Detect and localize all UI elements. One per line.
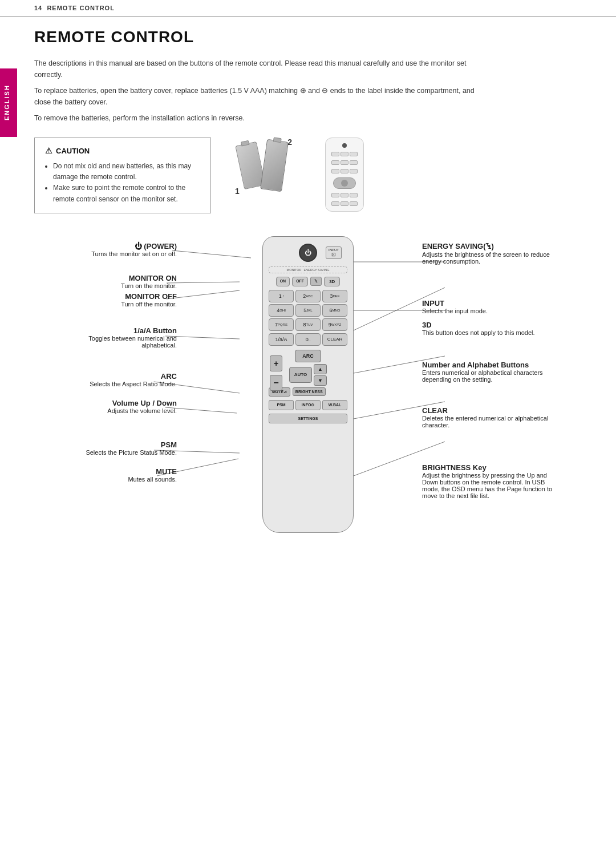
ann-1aa-desc: Toggles between numerical and alphabetic… <box>63 335 177 349</box>
num-6-button[interactable]: 6MNO <box>322 304 347 317</box>
ann-1aa-label: 1/a/A Button <box>63 326 177 335</box>
ann-mute-desc: Mutes all sounds. <box>63 476 177 483</box>
ann-energy-saving-desc: Adjusts the brightness of the screen to … <box>422 251 559 265</box>
psm-button[interactable]: PSM <box>269 400 294 410</box>
caution-title: ⚠ CAUTION <box>45 146 200 155</box>
wbal-button[interactable]: W.BAL <box>322 400 347 410</box>
ann-monitor-off: MONITOR OFF Turn off the monitor. <box>63 292 177 308</box>
brightness-buttons: ▲ ▼ <box>314 364 327 386</box>
0-button[interactable]: 0., <box>295 333 321 346</box>
ann-3d-desc: This button does not apply to this model… <box>422 329 559 336</box>
brightness-up-button[interactable]: ▲ <box>314 364 327 374</box>
ann-brightness-desc: Adjust the brightness by pressing the Up… <box>422 472 559 499</box>
brightness-down-button[interactable]: ▼ <box>314 375 327 386</box>
ann-input-label: INPUT <box>422 299 559 308</box>
input-icon: ⊡ <box>331 252 336 257</box>
energy-saving-group: MONITOR ENERGY SAVING <box>269 266 347 273</box>
ann-3d-label: 3D <box>422 321 559 329</box>
remote-diagram: ⏻ INPUT ⊡ MONITOR ENERGY SAVING ON O <box>262 236 354 533</box>
svg-line-0 <box>172 250 251 258</box>
volume-buttons: + − <box>270 355 282 391</box>
auto-button[interactable]: AUTO <box>289 367 312 383</box>
auto-bright-cluster: AUTO ▲ ▼ <box>289 364 327 386</box>
brightness-label: BRIGHT NESS <box>293 387 326 396</box>
monitor-on-button[interactable]: ON <box>276 277 290 286</box>
remote-body: ⏻ INPUT ⊡ MONITOR ENERGY SAVING ON O <box>262 236 354 533</box>
ann-num-alpha-label: Number and Alphabet Buttons <box>422 361 559 369</box>
ann-arc-label: ARC <box>63 372 177 381</box>
arc-button[interactable]: ARC <box>295 350 321 362</box>
section-title: REMOTE CONTROL <box>47 5 115 11</box>
body-paragraph-1: The descriptions in this manual are base… <box>34 58 479 80</box>
volume-up-button[interactable]: + <box>270 355 282 371</box>
page-title: REMOTE CONTROL <box>34 28 582 46</box>
settings-button[interactable]: SETTINGS <box>269 414 347 423</box>
ann-1aa: 1/a/A Button Toggles between numerical a… <box>63 326 177 349</box>
num-8-button[interactable]: 8TUV <box>295 318 321 331</box>
body-paragraph-3: To remove the batteries, perform the ins… <box>34 112 479 124</box>
nav-section: + − ARC AUTO ▲ ▼ MUT <box>269 350 347 397</box>
monitor-off-button[interactable]: OFF <box>292 277 308 286</box>
ann-input: INPUT Selects the input mode. <box>422 299 559 314</box>
warning-icon: ⚠ <box>45 146 52 155</box>
num-3-button[interactable]: 3DEF <box>322 290 347 302</box>
main-content: REMOTE CONTROL The descriptions in this … <box>0 17 616 601</box>
ann-volume-label: Volume Up / Down <box>63 399 177 407</box>
monitor-row: ON OFF ꔃ 3D <box>269 277 347 286</box>
ann-input-desc: Selects the input mode. <box>422 308 559 314</box>
ann-power-desc: Turns the monitor set on or off. <box>63 250 177 257</box>
ann-monitor-on-desc: Turn on the monitor. <box>63 282 177 289</box>
battery-illustration: 1 2 <box>234 138 291 195</box>
ann-monitor-off-desc: Turn off the monitor. <box>63 301 177 308</box>
num-1-button[interactable]: 1.! <box>269 290 294 302</box>
ann-psm: PSM Selects the Picture Status Mode. <box>63 440 177 456</box>
caution-item-1: Do not mix old and new batteries, as thi… <box>53 161 200 183</box>
energy-saving-label: ENERGY SAVING <box>303 268 329 272</box>
caution-section: ⚠ CAUTION Do not mix old and new batteri… <box>34 138 582 213</box>
1aa-button[interactable]: 1/a/A <box>269 333 294 346</box>
svg-line-2 <box>167 290 240 299</box>
input-button[interactable]: INPUT ⊡ <box>326 246 342 259</box>
ann-mute: MUTE Mutes all sounds. <box>63 467 177 483</box>
ann-mute-label: MUTE <box>63 467 177 476</box>
ann-energy-saving-label: ENERGY SAVING(ꔃ) <box>422 242 559 251</box>
page-number: 14 <box>34 5 42 11</box>
ann-monitor-off-label: MONITOR OFF <box>63 292 177 301</box>
3d-button[interactable]: 3D <box>324 277 340 286</box>
num-4-button[interactable]: 4GHI <box>269 304 294 317</box>
power-row: ⏻ INPUT ⊡ <box>269 244 347 262</box>
num-2-button[interactable]: 2ABC <box>295 290 321 302</box>
bottom-buttons: PSM INFO⊙ W.BAL <box>269 400 347 410</box>
ann-clear-label: CLEAR <box>422 406 559 415</box>
energy-btn[interactable]: ꔃ <box>310 277 322 286</box>
caution-box: ⚠ CAUTION Do not mix old and new batteri… <box>34 138 211 213</box>
num-7-button[interactable]: 7PQRS <box>269 318 294 331</box>
bottom-num-row: 1/a/A 0., CLEAR <box>269 333 347 346</box>
ann-brightness-label: BRIGHTNESS Key <box>422 463 559 472</box>
battery-num-1: 1 <box>235 187 240 196</box>
caution-list: Do not mix old and new batteries, as thi… <box>45 161 200 205</box>
clear-button[interactable]: CLEAR <box>322 333 347 346</box>
ann-arc-desc: Selects the Aspect Ratio Mode. <box>63 381 177 387</box>
caution-item-2: Make sure to point the remote control to… <box>53 183 200 204</box>
body-paragraph-2: To replace batteries, open the battery c… <box>34 85 479 108</box>
language-sidebar: ENGLISH <box>0 68 17 137</box>
power-button[interactable]: ⏻ <box>299 244 317 262</box>
ann-3d: 3D This button does not apply to this mo… <box>422 321 559 336</box>
remote-small-image <box>325 138 364 212</box>
ann-monitor-on: MONITOR ON Turn on the monitor. <box>63 274 177 289</box>
ann-clear-desc: Deletes the entered numerical or alphabe… <box>422 415 559 428</box>
ann-clear: CLEAR Deletes the entered numerical or a… <box>422 406 559 428</box>
num-9-button[interactable]: 9WXYZ <box>322 318 347 331</box>
info-button[interactable]: INFO⊙ <box>295 400 321 410</box>
volume-down-button[interactable]: − <box>270 375 282 391</box>
ann-volume: Volume Up / Down Adjusts the volume leve… <box>63 399 177 414</box>
ann-brightness: BRIGHTNESS Key Adjust the brightness by … <box>422 463 559 499</box>
ann-power-label: ⏻ (POWER) <box>63 242 177 250</box>
ann-num-alpha-desc: Enters numerical or alphabetical charact… <box>422 369 559 383</box>
ann-monitor-on-label: MONITOR ON <box>63 274 177 282</box>
ann-energy-saving: ENERGY SAVING(ꔃ) Adjusts the brightness … <box>422 242 559 265</box>
battery-num-2: 2 <box>287 138 292 147</box>
ann-psm-desc: Selects the Picture Status Mode. <box>63 449 177 456</box>
num-5-button[interactable]: 5JKL <box>295 304 321 317</box>
